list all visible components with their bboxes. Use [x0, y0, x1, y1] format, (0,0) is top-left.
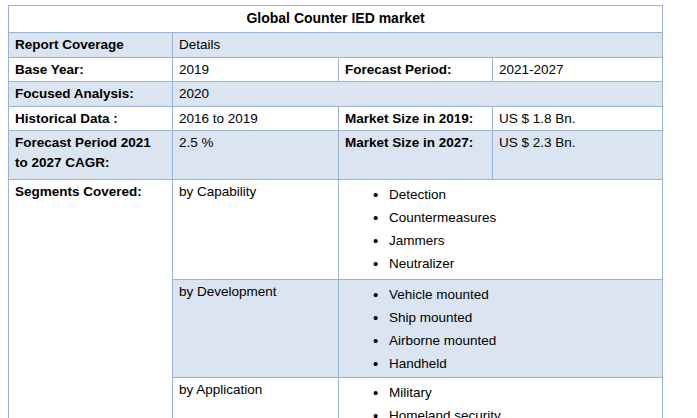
- market-summary-table: Global Counter IED market Report Coverag…: [8, 5, 663, 418]
- focused-analysis-row: Focused Analysis: 2020: [9, 82, 663, 107]
- cagr-label: Forecast Period 2021 to 2027 CAGR:: [9, 131, 173, 180]
- list-item: Military: [389, 381, 656, 404]
- market-size-2019-value: US $ 1.8 Bn.: [493, 106, 663, 131]
- title-row: Global Counter IED market: [9, 6, 663, 33]
- forecast-period-value: 2021-2027: [493, 57, 663, 82]
- base-year-value: 2019: [173, 57, 339, 82]
- report-coverage-row: Report Coverage Details: [9, 33, 663, 58]
- list-item: Airborne mounted: [389, 329, 656, 352]
- list-item: Detection: [389, 183, 656, 206]
- segment-group-development: by Development: [173, 280, 339, 378]
- segment-items-capability: Detection Countermeasures Jammers Neutra…: [339, 180, 663, 280]
- list-item: Ship mounted: [389, 306, 656, 329]
- list-item: Jammers: [389, 229, 656, 252]
- market-size-2019-label: Market Size in 2019:: [339, 106, 493, 131]
- forecast-period-label: Forecast Period:: [339, 57, 493, 82]
- list-item: Homeland security: [389, 404, 656, 418]
- development-bullet-list: Vehicle mounted Ship mounted Airborne mo…: [345, 283, 656, 375]
- list-item: Countermeasures: [389, 206, 656, 229]
- market-size-2027-label: Market Size in 2027:: [339, 131, 493, 180]
- capability-bullet-list: Detection Countermeasures Jammers Neutra…: [345, 183, 656, 275]
- focused-analysis-value: 2020: [173, 82, 663, 107]
- market-size-2027-value: US $ 2.3 Bn.: [493, 131, 663, 180]
- report-coverage-value: Details: [173, 33, 663, 58]
- segment-items-development: Vehicle mounted Ship mounted Airborne mo…: [339, 280, 663, 378]
- segment-group-application: by Application: [173, 378, 339, 418]
- base-year-row: Base Year: 2019 Forecast Period: 2021-20…: [9, 57, 663, 82]
- historical-data-row: Historical Data : 2016 to 2019 Market Si…: [9, 106, 663, 131]
- segment-group-capability: by Capability: [173, 180, 339, 280]
- base-year-label: Base Year:: [9, 57, 173, 82]
- cagr-row: Forecast Period 2021 to 2027 CAGR: 2.5 %…: [9, 131, 663, 180]
- segments-capability-row: Segments Covered: by Capability Detectio…: [9, 180, 663, 280]
- list-item: Neutralizer: [389, 252, 656, 275]
- application-bullet-list: Military Homeland security: [345, 381, 656, 418]
- table-title: Global Counter IED market: [9, 6, 663, 33]
- report-coverage-label: Report Coverage: [9, 33, 173, 58]
- focused-analysis-label: Focused Analysis:: [9, 82, 173, 107]
- list-item: Handheld: [389, 352, 656, 375]
- segments-covered-label: Segments Covered:: [9, 180, 173, 418]
- segment-items-application: Military Homeland security: [339, 378, 663, 418]
- cagr-value: 2.5 %: [173, 131, 339, 180]
- historical-data-label: Historical Data :: [9, 106, 173, 131]
- historical-data-value: 2016 to 2019: [173, 106, 339, 131]
- list-item: Vehicle mounted: [389, 283, 656, 306]
